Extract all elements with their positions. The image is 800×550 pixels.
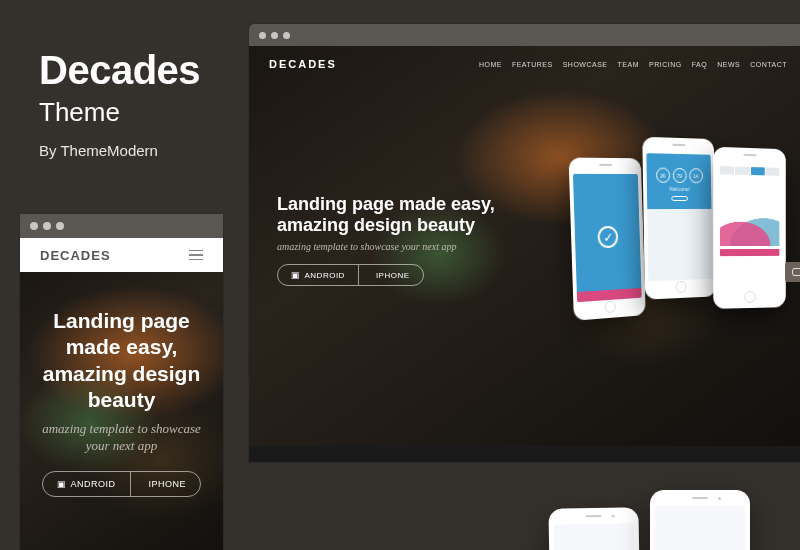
nav-team[interactable]: TEAM [618, 61, 639, 68]
menu-icon[interactable] [189, 250, 203, 261]
mini-tab-active [750, 167, 764, 175]
hero-tagline: amazing template to showcase your next a… [36, 421, 207, 455]
iphone-button-label: IPHONE [149, 479, 187, 489]
hero-tagline: amazing template to showcase your next a… [277, 241, 495, 252]
window-dot [30, 222, 38, 230]
hero-button-group: ▣ ANDROID IPHONE [42, 471, 201, 497]
phone-mockup-3 [713, 147, 786, 309]
hero-section: Landing page made easy, amazing design b… [249, 46, 800, 446]
mini-welcome: Welcome! [652, 186, 707, 192]
phone-mockups: ✓ 26 79 14 Welcome! [577, 128, 797, 358]
site-logo[interactable]: DECADES [40, 248, 111, 263]
window-titlebar [20, 214, 223, 238]
mini-tab [765, 167, 779, 175]
android-button-label: ANDROID [305, 271, 345, 280]
viewport-switcher-widget[interactable]: 🖵 [785, 262, 800, 282]
check-icon: ✓ [597, 226, 618, 249]
theme-title: Decades [39, 48, 200, 93]
site-nav-bar-mobile: DECADES [20, 238, 223, 272]
hero-title: Landing page made easy, amazing design b… [277, 194, 495, 235]
preview-window-desktop: DECADES HOME FEATURES SHOWCASE TEAM PRIC… [248, 23, 800, 463]
preview-window-mobile: DECADES Landing page made easy, amazing … [19, 213, 224, 550]
nav-news[interactable]: NEWS [717, 61, 740, 68]
monitor-icon: 🖵 [791, 266, 801, 278]
window-dot [56, 222, 64, 230]
android-button[interactable]: ▣ ANDROID [43, 472, 130, 496]
mini-tab [720, 166, 734, 174]
stat-circle: 26 [656, 168, 670, 183]
phone-mockup-lower-1 [548, 507, 641, 550]
phone-mockups-lower [480, 490, 780, 550]
nav-contact[interactable]: CONTACT [750, 61, 787, 68]
window-dot [43, 222, 51, 230]
nav-features[interactable]: FEATURES [512, 61, 553, 68]
hero-title-line2: amazing design beauty [277, 215, 475, 235]
mini-chart [720, 179, 779, 246]
phone-mockup-2: 26 79 14 Welcome! [642, 137, 716, 300]
nav-pricing[interactable]: PRICING [649, 61, 682, 68]
hero-button-group: ▣ ANDROID IPHONE [277, 264, 424, 286]
site-logo[interactable]: DECADES [269, 58, 337, 70]
android-button-label: ANDROID [70, 479, 115, 489]
phone-mockup-lower-2 [650, 490, 750, 550]
site-nav: HOME FEATURES SHOWCASE TEAM PRICING FAQ … [479, 61, 787, 68]
phone-mockup-1: ✓ [569, 158, 646, 321]
hero-content-mobile: Landing page made easy, amazing design b… [20, 308, 223, 497]
iphone-button[interactable]: IPHONE [358, 265, 423, 285]
nav-home[interactable]: HOME [479, 61, 502, 68]
android-icon: ▣ [57, 479, 67, 489]
window-titlebar [249, 24, 800, 46]
mini-button [671, 196, 688, 201]
mini-tab [735, 167, 749, 175]
nav-showcase[interactable]: SHOWCASE [563, 61, 608, 68]
android-icon: ▣ [291, 270, 301, 280]
stat-circle: 79 [672, 168, 686, 183]
iphone-button-label: IPHONE [376, 271, 410, 280]
hero-title-line1: Landing page made easy, [277, 194, 495, 214]
nav-faq[interactable]: FAQ [692, 61, 708, 68]
hero-section-mobile: Landing page made easy, amazing design b… [20, 272, 223, 550]
site-nav-bar: DECADES HOME FEATURES SHOWCASE TEAM PRIC… [249, 46, 800, 82]
theme-subtitle: Theme [39, 97, 200, 128]
window-dot [283, 32, 290, 39]
theme-author: By ThemeModern [39, 142, 200, 159]
iphone-button[interactable]: IPHONE [130, 472, 201, 496]
android-button[interactable]: ▣ ANDROID [278, 265, 358, 285]
window-dot [259, 32, 266, 39]
hero-title: Landing page made easy, amazing design b… [36, 308, 207, 413]
mini-legend [720, 249, 779, 256]
theme-header: Decades Theme By ThemeModern [39, 48, 200, 159]
stat-circle: 14 [689, 168, 703, 183]
window-dot [271, 32, 278, 39]
hero-content: Landing page made easy, amazing design b… [277, 194, 495, 286]
